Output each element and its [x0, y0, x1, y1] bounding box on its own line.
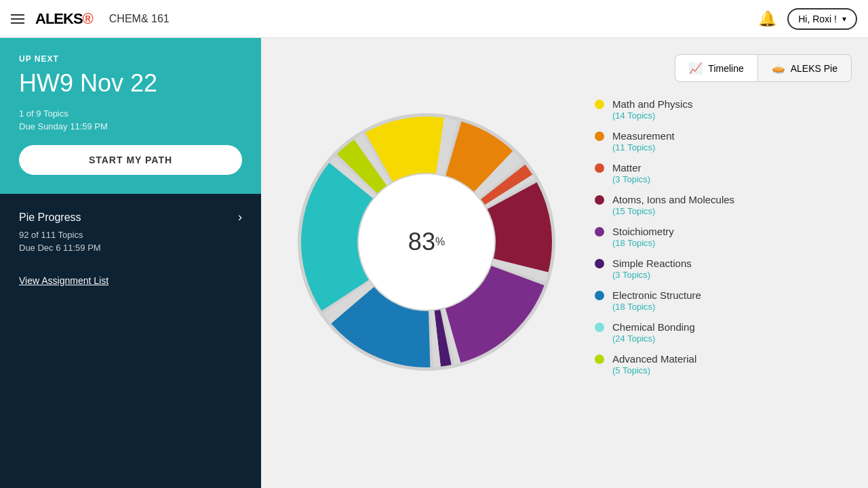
legend-item[interactable]: Measurement (11 Topics): [595, 130, 838, 152]
legend-color-dot: [595, 227, 604, 237]
chevron-down-icon: ▾: [842, 14, 846, 24]
legend-color-dot: [595, 100, 604, 109]
legend-item-topics: (24 Topics): [612, 333, 695, 344]
timeline-label: Timeline: [708, 63, 743, 74]
timeline-toggle-button[interactable]: 📈 Timeline: [675, 54, 757, 82]
legend-item[interactable]: Electronic Structure (18 Topics): [595, 289, 838, 312]
legend-color-dot: [595, 323, 604, 332]
legend-item-topics: (5 Topics): [612, 365, 696, 375]
up-next-label: UP NEXT: [19, 54, 242, 64]
legend-color-dot: [595, 354, 604, 364]
pie-area: 83% Math and Physics (14 Topics) Measure…: [277, 98, 852, 385]
hw-title: HW9 Nov 22: [19, 69, 242, 98]
legend-item-name: Stoichiometry: [612, 226, 674, 238]
legend-item-name: Matter: [612, 162, 650, 174]
user-greeting: Hi, Roxi !: [798, 14, 837, 24]
legend-item[interactable]: Math and Physics (14 Topics): [595, 98, 838, 121]
pie-percent-display: 83%: [379, 195, 474, 289]
legend-color-dot: [595, 131, 604, 141]
aleks-logo: ALEKS®: [35, 10, 93, 28]
legend-color-dot: [595, 291, 604, 300]
notification-bell-icon[interactable]: 🔔: [758, 10, 776, 28]
legend-item-name: Math and Physics: [612, 98, 692, 110]
legend-item-name: Atoms, Ions and Molecules: [612, 194, 734, 206]
legend-color-dot: [595, 163, 604, 173]
legend-item[interactable]: Atoms, Ions and Molecules (15 Topics): [595, 194, 838, 216]
main-layout: UP NEXT HW9 Nov 22 1 of 9 Topics Due Sun…: [0, 38, 868, 488]
legend-item[interactable]: Simple Reactions (3 Topics): [595, 258, 838, 280]
legend-color-dot: [595, 259, 604, 268]
legend-item-topics: (14 Topics): [612, 110, 692, 121]
legend-item-name: Measurement: [612, 130, 675, 142]
legend-color-dot: [595, 195, 604, 205]
sidebar-bottom: Pie Progress › 92 of 111 Topics Due Dec …: [0, 194, 261, 488]
view-toggle-bar: 📈 Timeline 🥧 ALEKS Pie: [277, 54, 852, 82]
sidebar-top: UP NEXT HW9 Nov 22 1 of 9 Topics Due Sun…: [0, 38, 261, 194]
legend-item[interactable]: Chemical Bonding (24 Topics): [595, 321, 838, 344]
aleks-pie-icon: 🥧: [772, 62, 785, 75]
sidebar: UP NEXT HW9 Nov 22 1 of 9 Topics Due Sun…: [0, 38, 261, 488]
user-menu-button[interactable]: Hi, Roxi ! ▾: [787, 8, 857, 30]
legend-item[interactable]: Stoichiometry (18 Topics): [595, 226, 838, 248]
start-my-path-button[interactable]: START MY PATH: [19, 145, 242, 175]
legend-item-topics: (3 Topics): [612, 270, 692, 280]
pie-progress-title: Pie Progress: [19, 211, 81, 224]
legend-item[interactable]: Advanced Material (5 Topics): [595, 353, 838, 375]
pie-topics: 92 of 111 Topics: [19, 230, 242, 240]
hw-topics: 1 of 9 Topics: [19, 108, 242, 119]
legend-item-name: Electronic Structure: [612, 289, 701, 302]
app-header: ALEKS® CHEM& 161 🔔 Hi, Roxi ! ▾: [0, 0, 868, 38]
aleks-pie-label: ALEKS Pie: [791, 63, 837, 74]
legend-item-topics: (3 Topics): [612, 174, 650, 184]
aleks-pie-toggle-button[interactable]: 🥧 ALEKS Pie: [757, 54, 852, 82]
legend-item-name: Advanced Material: [612, 353, 696, 365]
legend-item-topics: (11 Topics): [612, 142, 675, 152]
hw-due: Due Sunday 11:59 PM: [19, 121, 242, 131]
legend-item-name: Simple Reactions: [612, 258, 692, 270]
legend-item-topics: (18 Topics): [612, 238, 674, 248]
pie-percent-sup: %: [435, 236, 445, 248]
hamburger-menu[interactable]: [11, 14, 24, 24]
legend-item-name: Chemical Bonding: [612, 321, 695, 333]
legend-item-topics: (18 Topics): [612, 302, 701, 312]
legend-item-topics: (15 Topics): [612, 206, 734, 216]
legend: Math and Physics (14 Topics) Measurement…: [595, 98, 838, 385]
main-content: 📈 Timeline 🥧 ALEKS Pie: [261, 38, 868, 488]
pie-due: Due Dec 6 11:59 PM: [19, 243, 242, 253]
legend-item[interactable]: Matter (3 Topics): [595, 162, 838, 184]
pie-percent-value: 83: [408, 228, 435, 256]
view-assignment-list-button[interactable]: View Assignment List: [19, 275, 108, 286]
pie-progress-header: Pie Progress ›: [19, 210, 242, 224]
timeline-icon: 📈: [689, 62, 703, 75]
course-name: CHEM& 161: [109, 13, 170, 25]
pie-chart: 83%: [291, 106, 562, 378]
pie-progress-arrow-icon[interactable]: ›: [238, 210, 242, 224]
